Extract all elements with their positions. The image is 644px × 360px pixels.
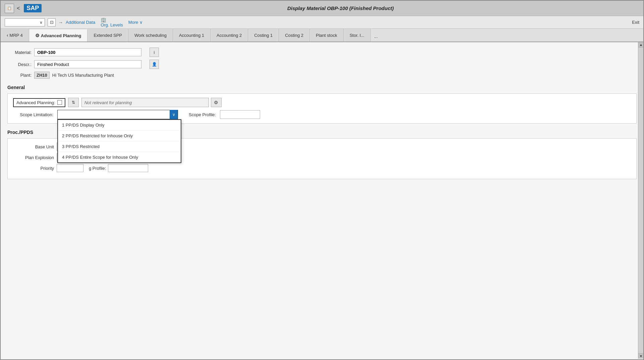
title-bar: 📋 < SAP Display Material OBP-100 (Finish… — [1, 1, 643, 16]
page-wrapper: 📋 < SAP Display Material OBP-100 (Finish… — [0, 0, 644, 360]
additional-data-link[interactable]: Additional Data — [66, 20, 95, 25]
toolbar-dropdown-arrow: ∨ — [40, 20, 43, 25]
advanced-planning-label-box: Advanced Planning: — [13, 98, 65, 107]
sort-icon: ⇅ — [72, 100, 75, 105]
info-icon-btn[interactable]: i — [145, 48, 159, 57]
scope-profile-input[interactable] — [220, 110, 260, 119]
material-header: Material: i Descr.: 👤 Plant: — [7, 48, 637, 79]
tab-accounting-1[interactable]: Accounting 1 — [173, 29, 211, 42]
tab-advanced-planning[interactable]: ⚙ Advanced Planning — [29, 29, 88, 42]
g-profile-label: g Profile: — [89, 166, 106, 171]
tab-more-label: ... — [374, 34, 378, 39]
scope-dropdown-arrow: ∨ — [170, 110, 178, 119]
tab-costing-2-label: Costing 2 — [285, 33, 303, 38]
right-scrollbar: ▲ ▼ — [638, 42, 643, 359]
tab-extended-spp-label: Extended SPP — [94, 33, 122, 38]
tab-work-scheduling[interactable]: Work scheduling — [128, 29, 173, 42]
scope-dropdown[interactable]: ∨ — [57, 110, 178, 119]
tab-accounting-1-label: Accounting 1 — [179, 33, 204, 38]
tab-more-button[interactable]: ... — [371, 31, 381, 42]
material-input[interactable] — [34, 48, 141, 56]
tabs-bar: ‹ MRP 4 ⚙ Advanced Planning Extended SPP… — [1, 29, 643, 42]
scope-limitation-label: Scope Limitation: — [13, 112, 53, 117]
plant-desc: Hi Tech US Manufacturing Plant — [52, 73, 114, 78]
general-section-box: Advanced Planning: ⇅ Not relevant for pl… — [7, 93, 637, 124]
copy-icon-btn[interactable]: ⊡ — [48, 18, 56, 26]
priority-input[interactable] — [57, 164, 83, 172]
advanced-planning-row: Advanced Planning: ⇅ Not relevant for pl… — [13, 98, 631, 107]
person-icon: 👤 — [152, 62, 157, 67]
tab-mrp4[interactable]: ‹ MRP 4 — [1, 29, 29, 42]
priority-row: Priority g Profile: — [13, 164, 631, 172]
back-button[interactable]: < — [17, 5, 20, 11]
scope-dropdown-list: 1 PP/DS Display Only 2 PP/DS Restricted … — [57, 119, 181, 163]
descr-input[interactable] — [34, 60, 141, 68]
priority-label: Priority — [13, 166, 57, 171]
base-unit-label: Base Unit — [13, 144, 57, 149]
scope-dropdown-container: ∨ 1 PP/DS Display Only 2 PP/DS Restricte… — [57, 110, 178, 119]
plan-explosion-label: Plan Explosion — [13, 155, 57, 160]
tab-costing-1[interactable]: Costing 1 — [248, 29, 279, 42]
page-title: Display Material OBP-100 (Finished Produ… — [42, 5, 639, 11]
scope-limitation-row: Scope Limitation: ∨ 1 PP/DS Display Only… — [13, 110, 631, 119]
tab-mrp4-label: MRP 4 — [9, 33, 23, 38]
tab-accounting-2-label: Accounting 2 — [217, 33, 242, 38]
descr-row: Descr.: 👤 — [7, 60, 637, 69]
main-content: Material: i Descr.: 👤 Plant: — [1, 42, 643, 359]
advanced-planning-tab-icon: ⚙ — [35, 33, 40, 38]
tab-accounting-2[interactable]: Accounting 2 — [211, 29, 248, 42]
config-icon: ⚙ — [214, 100, 218, 105]
g-profile-input[interactable] — [108, 164, 148, 172]
advanced-planning-checkbox[interactable] — [57, 100, 62, 105]
not-relevant-field: Not relevant for planning — [81, 98, 209, 107]
scroll-up-button[interactable]: ▲ — [638, 42, 644, 48]
scope-profile-label: Scope Profile: — [189, 112, 216, 117]
scroll-down-icon: ▼ — [639, 354, 643, 358]
org-levels-icon: 🏢 — [101, 17, 106, 22]
descr-label: Descr.: — [7, 62, 34, 67]
tab-stor-l-label: Stor. l... — [350, 33, 364, 38]
tab-stor-l[interactable]: Stor. l... — [344, 29, 371, 42]
logo-area: 📋 < SAP — [5, 4, 42, 13]
more-link[interactable]: More ∨ — [128, 20, 143, 25]
tab-extended-spp[interactable]: Extended SPP — [87, 29, 128, 42]
arrow-right-icon: → — [58, 20, 63, 25]
exit-button[interactable]: Exit — [632, 20, 639, 25]
plant-row: Plant: ZH10 Hi Tech US Manufacturing Pla… — [7, 72, 637, 79]
tab-costing-2[interactable]: Costing 2 — [279, 29, 310, 42]
config-icon-btn[interactable]: ⚙ — [211, 98, 222, 107]
sort-icon-btn[interactable]: ⇅ — [68, 98, 79, 107]
tab-work-scheduling-label: Work scheduling — [134, 33, 167, 38]
dropdown-option-2[interactable]: 2 PP/DS Restricted for Inhouse Only — [58, 131, 181, 141]
tab-plant-stock[interactable]: Plant stock — [310, 29, 344, 42]
dropdown-option-4[interactable]: 4 PP/DS Entire Scope for Inhouse Only — [58, 152, 181, 162]
org-levels-link[interactable]: Org. Levels — [101, 22, 123, 27]
dropdown-option-3[interactable]: 3 PP/DS Restricted — [58, 141, 181, 152]
dropdown-option-1[interactable]: 1 PP/DS Display Only — [58, 120, 181, 131]
scroll-down-button[interactable]: ▼ — [638, 353, 644, 359]
tab-advanced-planning-label: Advanced Planning — [41, 33, 81, 38]
person-icon-area: 👤 — [145, 60, 159, 69]
app-icon: 📋 — [5, 4, 14, 13]
person-button[interactable]: 👤 — [150, 60, 159, 69]
tab-costing-1-label: Costing 1 — [254, 33, 273, 38]
advanced-planning-text: Advanced Planning: — [16, 100, 55, 105]
general-section-header: General — [7, 85, 637, 90]
info-button[interactable]: i — [150, 48, 159, 57]
not-relevant-text: Not relevant for planning — [84, 100, 132, 105]
info-icon: i — [154, 50, 155, 55]
sap-logo: SAP — [24, 4, 42, 12]
scroll-up-icon: ▲ — [639, 43, 643, 47]
plant-code: ZH10 — [34, 72, 50, 79]
toolbar: ∨ ⊡ → Additional Data 🏢 Org. Levels More… — [1, 16, 643, 29]
toolbar-dropdown[interactable]: ∨ — [5, 18, 45, 26]
plant-label: Plant: — [7, 73, 34, 78]
material-label: Material: — [7, 50, 34, 55]
material-row: Material: i — [7, 48, 637, 57]
tab-plant-stock-label: Plant stock — [316, 33, 337, 38]
